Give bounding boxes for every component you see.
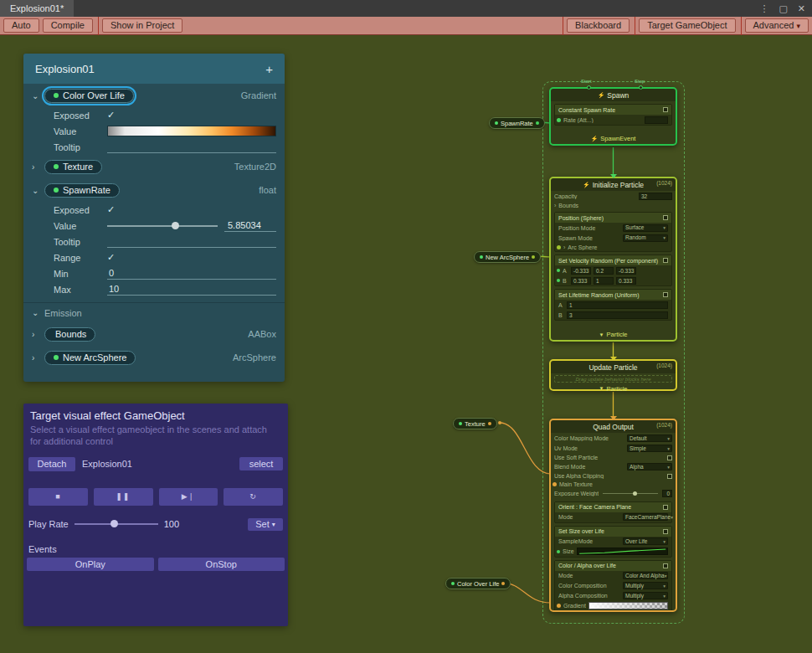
chevron-right-icon[interactable]: › <box>32 162 44 172</box>
onstop-button[interactable]: OnStop <box>158 558 285 571</box>
node-spawn[interactable]: Start Stop ⚡ Spawn Constant Spawn Rate R… <box>549 87 677 146</box>
rate-input-port[interactable] <box>557 118 561 122</box>
velocity-b-y-field[interactable]: 1 <box>594 277 614 285</box>
range-checkbox[interactable]: ✓ <box>107 252 115 263</box>
velocity-a-y-field[interactable]: 0.2 <box>594 267 614 275</box>
compile-button[interactable]: Compile <box>43 18 93 33</box>
show-in-project-button[interactable]: Show in Project <box>102 18 182 33</box>
velocity-a-x-field[interactable]: -0.333 <box>571 267 591 275</box>
node-initialize-particle[interactable]: ⚡ Initialize Particle (1024) Capacity 32… <box>549 177 677 342</box>
play-rate-slider[interactable] <box>75 523 158 525</box>
blackboard-header[interactable]: Explosion01 + <box>23 54 285 84</box>
soft-particle-checkbox[interactable] <box>667 455 672 460</box>
velocity-a-z-field[interactable]: -0.333 <box>616 267 636 275</box>
spawnevent-output-port[interactable]: SpawnEvent <box>600 135 635 142</box>
block-enabled-toggle[interactable] <box>663 258 668 263</box>
block-enabled-toggle[interactable] <box>663 529 668 534</box>
set-dropdown-button[interactable]: Set▾ <box>248 518 283 531</box>
stop-button[interactable]: ■ <box>28 488 88 506</box>
alpha-composition-dropdown[interactable]: Multiply▾ <box>623 592 668 599</box>
parameter-node-color-over-life[interactable]: Color Over Life <box>445 578 511 589</box>
select-button[interactable]: select <box>239 457 283 470</box>
advanced-dropdown-button[interactable]: Advanced▾ <box>745 18 809 33</box>
exposed-checkbox[interactable]: ✓ <box>107 110 115 121</box>
auto-button[interactable]: Auto <box>3 18 39 33</box>
chevron-down-icon[interactable]: ⌄ <box>32 308 44 317</box>
block-enabled-toggle[interactable] <box>663 292 668 297</box>
particle-output-port[interactable]: Particle <box>606 385 627 393</box>
restart-button[interactable]: ↻ <box>224 488 283 506</box>
detach-button[interactable]: Detach <box>28 457 75 471</box>
chevron-right-icon[interactable]: › <box>563 244 565 250</box>
main-texture-input-port[interactable] <box>552 482 557 486</box>
uv-mode-dropdown[interactable]: Simple▾ <box>627 445 672 452</box>
capacity-field[interactable]: 32 <box>639 193 672 200</box>
param-pill-spawnrate[interactable]: SpawnRate <box>44 183 120 198</box>
velocity-b-port[interactable] <box>557 279 560 282</box>
onplay-button[interactable]: OnPlay <box>27 558 154 571</box>
block-enabled-toggle[interactable] <box>663 563 668 568</box>
param-pill-texture[interactable]: Texture <box>44 160 102 174</box>
param-pill-color-over-life[interactable]: Color Over Life <box>44 89 134 103</box>
gradient-input-port[interactable] <box>557 604 561 608</box>
velocity-b-x-field[interactable]: 0.333 <box>571 277 591 285</box>
output-port[interactable] <box>501 582 505 585</box>
kebab-menu-icon[interactable]: ⋮ <box>759 3 768 14</box>
exposed-checkbox[interactable]: ✓ <box>107 204 115 215</box>
block-enabled-toggle[interactable] <box>663 215 668 220</box>
exposure-weight-field[interactable]: 0 <box>662 490 672 497</box>
gradient-value-field[interactable] <box>107 126 276 136</box>
lifetime-b-field[interactable]: 3 <box>567 311 668 319</box>
parameter-node-texture[interactable]: Texture <box>453 418 497 429</box>
max-field[interactable]: 10 <box>107 283 276 296</box>
arcsphere-input-port[interactable] <box>557 245 561 249</box>
spawn-mode-dropdown[interactable]: Random▾ <box>623 234 668 242</box>
position-mode-dropdown[interactable]: Surface▾ <box>623 224 668 232</box>
slider-thumb[interactable] <box>633 491 637 496</box>
play-rate-value[interactable]: 100 <box>164 519 193 529</box>
orient-mode-dropdown[interactable]: FaceCameraPlane▾ <box>623 513 668 521</box>
node-quad-output[interactable]: Quad Output (1024) Color Mapping Mode De… <box>549 419 677 612</box>
chevron-right-icon[interactable]: › <box>554 203 556 208</box>
color-composition-dropdown[interactable]: Multiply▾ <box>623 582 668 589</box>
window-tab[interactable]: Explosion01* <box>0 0 74 17</box>
velocity-a-port[interactable] <box>557 269 560 272</box>
tooltip-field[interactable] <box>107 235 276 248</box>
blend-mode-dropdown[interactable]: Alpha▾ <box>627 463 672 470</box>
rate-field[interactable] <box>645 116 668 124</box>
chevron-right-icon[interactable]: › <box>32 330 44 339</box>
block-enabled-toggle[interactable] <box>663 107 668 112</box>
min-field[interactable]: 0 <box>107 267 276 280</box>
color-mode-dropdown[interactable]: Color And Alpha▾ <box>623 572 668 579</box>
slider-thumb[interactable] <box>172 222 179 229</box>
output-port[interactable] <box>488 422 491 425</box>
arcsphere-foldout[interactable]: Arc Sphere <box>568 244 668 250</box>
lifetime-a-field[interactable]: 1 <box>567 301 668 309</box>
target-gameobject-toggle-button[interactable]: Target GameObject <box>639 18 735 33</box>
blackboard-toggle-button[interactable]: Blackboard <box>567 18 630 33</box>
parameter-node-spawnrate[interactable]: SpawnRate <box>489 117 545 129</box>
node-update-particle[interactable]: Update Particle (1024) Drag update behav… <box>549 359 677 391</box>
gradient-field[interactable] <box>588 602 668 609</box>
slider-thumb[interactable] <box>110 520 118 527</box>
particle-output-port[interactable]: Particle <box>606 331 627 338</box>
alpha-clipping-checkbox[interactable] <box>667 474 672 479</box>
velocity-b-z-field[interactable]: 0.333 <box>616 277 636 285</box>
param-pill-bounds[interactable]: Bounds <box>44 327 95 342</box>
size-curve-field[interactable] <box>577 548 668 555</box>
step-button[interactable]: ▶❘ <box>159 488 218 506</box>
category-emission[interactable]: Emission <box>44 308 82 318</box>
pause-button[interactable]: ❚❚ <box>94 488 153 506</box>
close-icon[interactable]: ✕ <box>798 3 805 14</box>
block-enabled-toggle[interactable] <box>663 505 668 510</box>
color-mapping-dropdown[interactable]: Default▾ <box>627 434 672 442</box>
tooltip-field[interactable] <box>107 141 276 153</box>
chevron-right-icon[interactable]: › <box>32 353 44 362</box>
spawnrate-slider[interactable] <box>107 225 218 227</box>
sample-mode-dropdown[interactable]: Over Life▾ <box>623 537 668 545</box>
param-pill-new-arcsphere[interactable]: New ArcSphere <box>44 351 136 365</box>
output-port[interactable] <box>536 121 539 125</box>
bounds-foldout[interactable]: Bounds <box>558 203 672 208</box>
size-input-port[interactable] <box>557 550 560 553</box>
exposure-weight-slider[interactable] <box>603 493 658 494</box>
